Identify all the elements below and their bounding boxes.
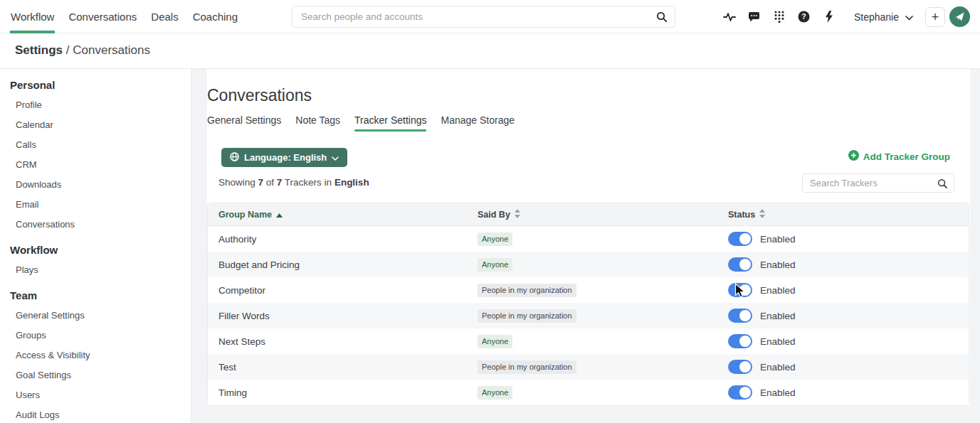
sidebar-item[interactable]: Plays [0,260,191,280]
add-button[interactable]: + [925,7,945,27]
tracker-group-name[interactable]: Timing [208,387,478,398]
top-nav: Workflow Conversations Deals Coaching [10,0,238,33]
tracker-search-input[interactable] [803,174,954,192]
user-menu[interactable]: Stephanie [854,11,913,23]
status-label: Enabled [760,311,796,321]
tracker-group-name[interactable]: Next Steps [208,336,478,347]
said-by-badge: Anyone [478,335,512,348]
sidebar-item[interactable]: Goal Settings [0,365,191,385]
table-row: Filler Words People in my organization E… [208,303,969,328]
sidebar-item[interactable]: CRM [0,155,191,175]
sidebar-item[interactable]: Email [0,195,191,215]
top-bar: Workflow Conversations Deals Coaching [0,0,980,33]
main-content: Conversations General Settings Note Tags… [191,69,980,423]
search-icon [937,178,948,192]
tab[interactable]: Note Tags [295,114,340,132]
sidebar-item[interactable]: Downloads [0,175,191,195]
status-cell: Enabled [728,257,969,272]
top-bar-right: ? Stephanie + [723,0,970,33]
sidebar-section: Personal Profile Calendar Calls CRM Down… [0,69,191,235]
activity-icon[interactable] [723,11,736,23]
sidebar-item[interactable]: Audit Logs [0,405,191,423]
status-toggle[interactable] [728,334,752,348]
sidebar-item[interactable]: Profile [0,95,191,115]
status-toggle[interactable] [728,257,752,272]
sidebar-item[interactable]: Access & Visibility [0,346,191,365]
add-tracker-group-button[interactable]: Add Tracker Group [848,150,950,163]
tracker-group-name[interactable]: Competitor [208,285,478,296]
tracker-group-name[interactable]: Test [208,362,478,373]
status-label: Enabled [760,336,796,347]
sidebar-section: Team General Settings Groups Access & Vi… [0,280,191,423]
breadcrumb-bar: Settings / Conversations [0,33,980,69]
table-body: Authority Anyone Enabled Budget and Pric… [208,226,969,405]
said-by-badge: People in my organization [478,309,576,323]
table-row: Budget and Pricing Anyone Enabled [208,252,969,277]
status-label: Enabled [760,259,796,270]
sidebar-section-title: Workflow [0,243,191,257]
topnav-item[interactable]: Conversations [68,0,137,33]
said-by-badge: Anyone [478,258,512,272]
topnav-item[interactable]: Deals [150,0,179,33]
said-by-cell: Anyone [478,232,728,246]
chat-icon[interactable] [748,11,761,23]
sidebar-item[interactable]: Groups [0,326,191,346]
tracker-group-name[interactable]: Authority [208,234,478,245]
sidebar-item[interactable]: Users [0,385,191,405]
column-header-group-name[interactable]: Group Name [208,210,478,220]
tab[interactable]: Tracker Settings [354,114,426,132]
tab-bar: General Settings Note Tags Tracker Setti… [207,114,515,132]
plus-circle-icon [848,150,859,163]
user-name: Stephanie [854,11,899,23]
status-toggle[interactable] [728,232,752,246]
status-toggle[interactable] [728,283,752,297]
svg-text:?: ? [802,12,806,21]
language-button[interactable]: Language: English [221,148,347,167]
column-header-said-by[interactable]: Said By [478,209,728,220]
status-label: Enabled [760,387,796,398]
rocket-icon[interactable] [949,6,970,27]
status-cell: Enabled [728,309,969,323]
global-search-input[interactable] [293,6,675,27]
add-tracker-group-label: Add Tracker Group [863,151,950,162]
sidebar-section-title: Team [0,289,191,303]
content-card: Conversations General Settings Note Tags… [207,69,970,406]
language-button-label: Language: English [244,152,327,163]
sidebar-item[interactable]: Calls [0,135,191,155]
help-icon[interactable]: ? [798,11,811,23]
status-cell: Enabled [728,360,969,374]
status-label: Enabled [760,234,796,245]
globe-icon [230,152,239,164]
page-title: Conversations [207,86,312,105]
column-header-status[interactable]: Status [728,209,969,220]
sidebar-section: Workflow Plays [0,235,191,280]
status-toggle[interactable] [728,360,752,374]
said-by-cell: Anyone [478,385,728,400]
global-search [292,6,675,28]
status-cell: Enabled [728,283,969,297]
said-by-cell: Anyone [478,257,728,272]
sidebar-item[interactable]: Conversations [0,215,191,235]
tab[interactable]: Manage Storage [441,114,515,132]
said-by-badge: Anyone [478,386,512,400]
status-toggle[interactable] [728,309,752,323]
status-toggle[interactable] [728,385,752,400]
status-label: Enabled [760,362,796,373]
sidebar-item[interactable]: General Settings [0,306,191,326]
table-row: Timing Anyone Enabled [208,380,969,405]
trackers-table: Group Name Said By Status [207,203,969,406]
breadcrumb-settings[interactable]: Settings [15,43,63,57]
topnav-item[interactable]: Coaching [192,0,238,33]
tab[interactable]: General Settings [207,114,281,132]
table-row: Test People in my organization Enabled [208,354,969,380]
tracker-group-name[interactable]: Budget and Pricing [208,259,478,270]
table-row: Competitor People in my organization Ena… [208,277,969,303]
said-by-badge: People in my organization [478,360,576,374]
tracker-group-name[interactable]: Filler Words [208,311,478,321]
sidebar-item[interactable]: Calendar [0,115,191,135]
topnav-item[interactable]: Workflow [10,0,55,33]
lightning-icon[interactable] [823,11,836,23]
sort-ascending-icon [276,210,283,220]
dialpad-icon[interactable] [773,11,786,23]
said-by-cell: People in my organization [478,360,728,374]
